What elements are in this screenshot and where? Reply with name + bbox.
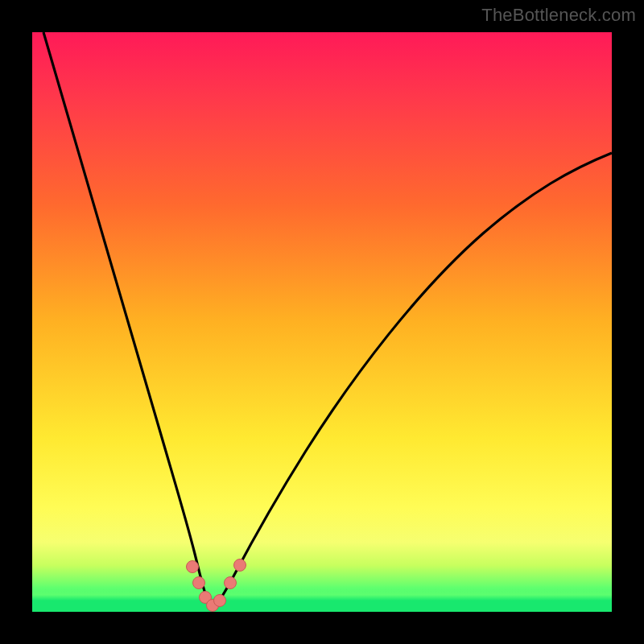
curve-layer bbox=[32, 32, 612, 612]
plot-area bbox=[32, 32, 612, 612]
marker-dot bbox=[225, 577, 237, 589]
marker-dot bbox=[234, 559, 246, 572]
marker-dot bbox=[193, 577, 205, 589]
bottleneck-curve bbox=[43, 32, 612, 607]
marker-dot bbox=[214, 595, 226, 607]
watermark-text: TheBottleneck.com bbox=[481, 5, 636, 26]
marker-dot bbox=[187, 561, 199, 573]
chart-frame: TheBottleneck.com bbox=[0, 0, 644, 644]
